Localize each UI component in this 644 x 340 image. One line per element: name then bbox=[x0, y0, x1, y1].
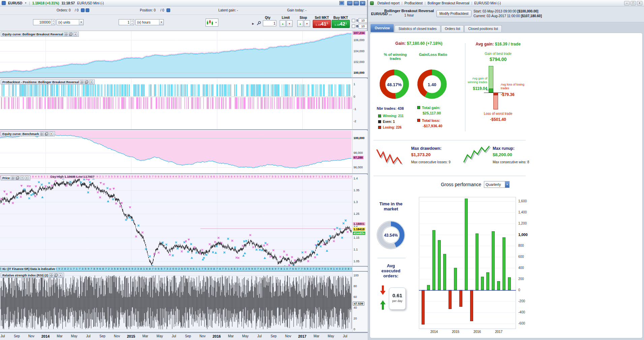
expand-orders-icon[interactable]: ▶ bbox=[252, 22, 254, 25]
timeframe-units-value: (x) hours bbox=[137, 21, 150, 24]
tab-overview[interactable]: Overview bbox=[370, 24, 394, 32]
close-icon[interactable]: × bbox=[360, 1, 365, 5]
close-icon[interactable]: × bbox=[89, 80, 93, 84]
sell-checkbox[interactable] bbox=[352, 19, 355, 22]
report-maximize-icon[interactable]: □ bbox=[631, 1, 636, 5]
chart-style-button[interactable]: ▼ bbox=[206, 19, 218, 27]
axis-tick-label: 106,000 bbox=[354, 38, 365, 42]
units-select[interactable]: (x) units ▼ bbox=[57, 19, 84, 25]
order-qty-input[interactable]: 1 bbox=[263, 20, 276, 26]
rsi-chart[interactable] bbox=[0, 272, 351, 333]
sell-stop-value[interactable]: 10 bbox=[359, 18, 367, 23]
buy-checkbox[interactable] bbox=[352, 25, 355, 28]
positions-y-axis[interactable]: 10-1-2 bbox=[352, 79, 368, 130]
rsi-y-axis[interactable]: 10080604020047.539 bbox=[352, 272, 368, 333]
legend-label: Winning: 211 bbox=[383, 114, 404, 118]
settings-icon[interactable] bbox=[11, 176, 14, 180]
report-minimize-icon[interactable]: – bbox=[624, 1, 630, 5]
axis-value-tag: 1.18418 bbox=[353, 228, 365, 231]
orders-settings-icon[interactable] bbox=[86, 8, 89, 12]
report-close-icon[interactable]: × bbox=[637, 1, 642, 5]
gain-today-label: Gain today: - bbox=[287, 8, 306, 12]
symbol-dropdown-icon[interactable]: ▼ bbox=[25, 2, 27, 4]
benchmark-chart[interactable] bbox=[0, 131, 351, 174]
total-loss-swatch bbox=[417, 119, 420, 122]
chevron-down-icon[interactable]: ▼ bbox=[505, 181, 509, 188]
close-icon[interactable]: × bbox=[25, 176, 29, 180]
quantity-spinner[interactable]: ▲▼ bbox=[51, 20, 55, 25]
axis-tick-label: 60 bbox=[354, 295, 357, 299]
timeframe-spinner[interactable]: ▲▼ bbox=[130, 20, 134, 25]
gross-performance-chart[interactable] bbox=[419, 197, 516, 329]
worst-trade-value: -$501.40 bbox=[474, 117, 522, 122]
perf-axis-label: 0 bbox=[518, 288, 520, 292]
copy-icon[interactable] bbox=[69, 32, 72, 36]
winning-donut-title: % of winning trades bbox=[380, 53, 410, 61]
panel-title-text: Relative strength index (RSI) (2) bbox=[2, 274, 48, 277]
chevron-down-icon[interactable]: ▼ bbox=[159, 20, 163, 25]
copy-icon[interactable] bbox=[85, 80, 88, 84]
close-icon[interactable]: × bbox=[59, 273, 62, 277]
wrench-icon[interactable] bbox=[256, 21, 261, 26]
chevron-down-icon[interactable]: ▼ bbox=[79, 20, 83, 25]
stop-buy-button[interactable]: ▲ bbox=[297, 20, 303, 27]
position-count-extra: / 0 bbox=[160, 8, 164, 12]
stop-sell-button[interactable]: ▼ bbox=[304, 20, 310, 27]
settings-icon[interactable] bbox=[80, 80, 84, 84]
titlebar-tab[interactable]: Bollinger Breakout Reversal bbox=[428, 1, 469, 5]
buy-stop-value[interactable]: 10 bbox=[359, 24, 367, 29]
settings-icon[interactable] bbox=[64, 32, 68, 36]
limit-sell-button[interactable]: ▼ bbox=[286, 20, 293, 27]
minimize-icon[interactable]: – bbox=[347, 1, 352, 5]
equity-y-axis[interactable]: 106,000104,000102,000100,000107,234 bbox=[352, 31, 368, 78]
copy-icon[interactable] bbox=[45, 132, 49, 136]
add-icon[interactable]: + bbox=[20, 176, 24, 180]
modify-probacktest-button[interactable]: Modify ProBacktest bbox=[436, 10, 471, 17]
horizontal-divider bbox=[373, 176, 526, 176]
buy-market-button[interactable]: 1.18421 bbox=[332, 20, 350, 28]
equity-chart[interactable] bbox=[0, 31, 351, 78]
price-y-axis[interactable]: 1.41.351.31.251.21.151.11.051.188011.184… bbox=[352, 175, 368, 267]
copy-icon[interactable] bbox=[16, 176, 19, 180]
data-source-strip: 0 0 6 3 3 2 5 9 8 0 7 2 0 9 8 4 7 0 4 6 … bbox=[0, 267, 352, 272]
titlebar-tab[interactable]: Detailed report bbox=[377, 1, 400, 5]
timeframe-input[interactable]: 1 ▲▼ bbox=[119, 19, 134, 25]
titlebar-tab[interactable]: ProBacktest bbox=[404, 1, 423, 5]
orders-list-icon[interactable] bbox=[81, 8, 85, 12]
tab-statistics-of-closed-trades[interactable]: Statistics of closed trades bbox=[395, 25, 440, 32]
titlebar-separator: | bbox=[402, 1, 403, 5]
best-trade-label: Gain of best trade bbox=[468, 52, 528, 56]
panel-title-text: Equity curve: Bollinger Breakout Reversa… bbox=[2, 33, 63, 36]
axis-tick-label: 100,000 bbox=[354, 71, 365, 74]
timeline-label: Nov bbox=[197, 334, 208, 338]
tab-closed-positions-list[interactable]: Closed positions list bbox=[464, 25, 501, 32]
buy-mkt-header: Buy MKT bbox=[332, 16, 350, 20]
tab-orders-list[interactable]: Orders list bbox=[441, 25, 464, 32]
ratio-value: 1.40 bbox=[415, 82, 449, 87]
workspace-grid-icon[interactable] bbox=[339, 1, 344, 5]
maximize-icon[interactable]: □ bbox=[354, 1, 359, 5]
position-settings-icon[interactable] bbox=[166, 8, 170, 12]
sell-market-button[interactable]: 1.18415 bbox=[313, 20, 331, 28]
settings-icon[interactable] bbox=[49, 273, 53, 277]
benchmark-y-axis[interactable]: 100,00098,00096,00097,288 bbox=[352, 131, 368, 174]
axis-value-tag: 41m02s bbox=[353, 232, 365, 235]
time-in-market-value: 43.54% bbox=[374, 233, 408, 238]
limit-buy-button[interactable]: ▲ bbox=[280, 20, 286, 27]
benchmark-panel-title: Equity curve: Benchmark × bbox=[1, 131, 55, 136]
settings-icon[interactable] bbox=[40, 132, 44, 136]
positions-chart[interactable] bbox=[0, 79, 351, 130]
quantity-input[interactable]: 100000 ▲▼ bbox=[33, 19, 55, 25]
close-icon[interactable]: × bbox=[73, 32, 77, 36]
copy-icon[interactable] bbox=[54, 273, 58, 277]
avg-gain-label: Avg gain: bbox=[476, 42, 494, 46]
axis-tick-label: 1.1 bbox=[354, 248, 358, 251]
symbol-label[interactable]: EURUSD bbox=[8, 1, 22, 5]
close-icon[interactable]: × bbox=[50, 132, 53, 136]
timeframe-units-select[interactable]: (x) hours ▼ bbox=[135, 19, 164, 25]
start-label: Start: bbox=[473, 9, 482, 13]
period-select[interactable]: Quarterly ▼ bbox=[484, 181, 510, 188]
time-axis[interactable]: JulSepNov2014MarMayJulSepNov2015MarMayJu… bbox=[0, 333, 368, 340]
price-chart[interactable] bbox=[0, 175, 351, 267]
titlebar-tab[interactable]: EUR/USD Mini (-) bbox=[474, 1, 501, 5]
